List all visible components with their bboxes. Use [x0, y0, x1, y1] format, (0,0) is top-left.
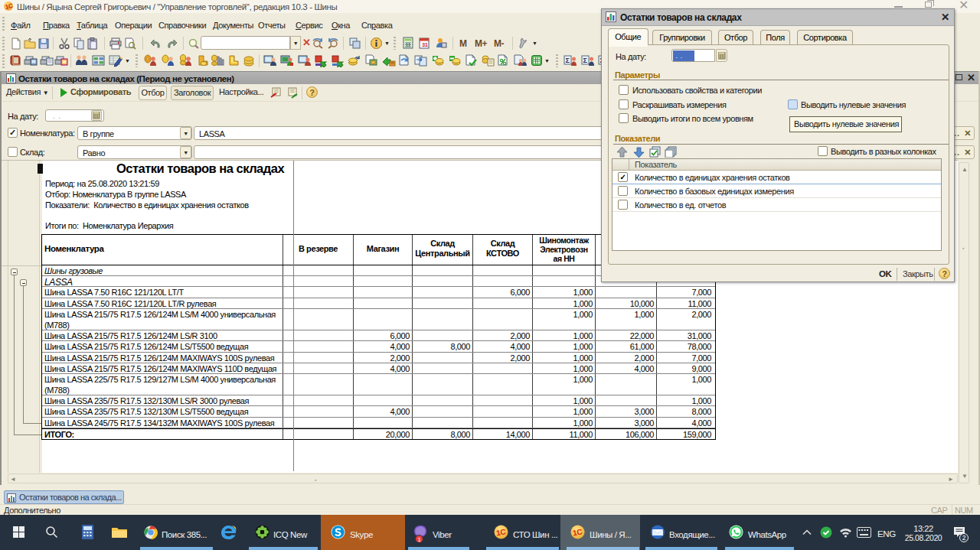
svg-text:31: 31 — [422, 41, 428, 48]
svg-text:1С: 1С — [495, 527, 506, 537]
svg-text:1С: 1С — [572, 527, 583, 537]
